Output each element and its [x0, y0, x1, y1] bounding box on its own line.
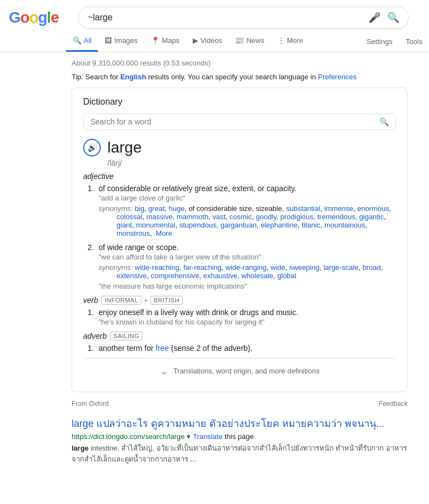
tab-news[interactable]: 📰 News — [229, 31, 271, 52]
verb-definitions: 1. enjoy oneself in a lively way with dr… — [83, 308, 396, 326]
preferences-link[interactable]: Preferences — [318, 73, 356, 81]
logo-e: e — [51, 9, 59, 26]
more-definitions-row[interactable]: ⌄ Translations, word origin, and more de… — [83, 358, 396, 383]
syn-wholesale[interactable]: wholesale — [241, 272, 273, 280]
dict-search-icon[interactable]: 🔍 — [379, 117, 389, 126]
tip-bar: Tip: Search for English results only. Yo… — [72, 71, 408, 88]
syn-great[interactable]: great — [148, 204, 165, 213]
settings-nav[interactable]: Settings — [360, 32, 399, 51]
feedback-label[interactable]: Feedback — [378, 400, 408, 408]
nav-tabs: 🔍 All 🖼 Images 📍 Maps ▶ Videos 📰 News ⋮ … — [0, 31, 429, 52]
from-oxford: From Oxford — [72, 400, 108, 408]
syn-immense[interactable]: immense — [324, 204, 354, 213]
syn-exhaustive[interactable]: exhaustive — [203, 272, 237, 280]
syn-broad[interactable]: broad — [362, 263, 381, 272]
syn-wide-ranging[interactable]: wide-ranging — [226, 263, 267, 272]
adverb-free-link[interactable]: free — [156, 344, 169, 353]
syn-comprehensive[interactable]: comprehensive — [151, 272, 199, 280]
english-link[interactable]: English — [120, 73, 146, 81]
speaker-button[interactable]: 🔊 — [83, 139, 101, 156]
result-url-link[interactable]: https://dict.longdo.com/search/large — [72, 432, 184, 441]
adj-def-2: 2. of wide range or scope. "we can affor… — [88, 243, 396, 290]
def-example-2b: "the measure has large economic implicat… — [99, 282, 396, 290]
syn-stupendous[interactable]: stupendous — [180, 221, 216, 229]
verb-def-example-1: "he's known in clubland for his capacity… — [99, 318, 396, 326]
syn-giant[interactable]: giant — [117, 221, 132, 229]
header: Google 🎤 🔍 — [0, 0, 429, 29]
syn-goodly[interactable]: goodly — [256, 213, 276, 221]
result-stats: About 9,310,000,000 results (0.53 second… — [72, 52, 408, 71]
syn-list-1: big, great, huge, of considerable size, … — [99, 204, 391, 237]
syn-monstrous[interactable]: monstrous — [117, 229, 150, 237]
adverb-def-text-2: (sense 2 of the adverb). — [169, 344, 253, 353]
dict-search-bar: 🔍 — [83, 113, 396, 130]
pos-adverb-row: adverb SAILING — [83, 332, 396, 340]
syn-huge[interactable]: huge — [169, 204, 184, 213]
def-synonyms-2: synonyms: wide-reaching, far-reaching, w… — [99, 263, 396, 280]
google-logo[interactable]: Google — [9, 9, 58, 26]
def-text-1: of considerable or relatively great size… — [99, 184, 296, 193]
syn-titanic[interactable]: titanic — [302, 221, 321, 229]
syn-enormous[interactable]: enormous — [357, 204, 389, 213]
more-tab-icon: ⋮ — [278, 36, 285, 45]
syn-elephantine[interactable]: elephantine — [260, 221, 297, 229]
syn-massive[interactable]: massive — [146, 213, 173, 221]
syn-colossal[interactable]: colossal — [117, 213, 143, 221]
tab-more[interactable]: ⋮ More — [271, 31, 310, 52]
pos-adjective: adjective — [83, 172, 396, 181]
verb-def-text-1: enjoy oneself in a lively way with drink… — [99, 308, 298, 317]
syn-mountainous[interactable]: mountainous — [324, 221, 365, 229]
result-title-link[interactable]: large แปลว่าอะไร ดูความหมาย ตัวอย่างประโ… — [72, 418, 384, 429]
verb-tag-british: BRITISH — [150, 296, 183, 305]
snippet-bold: large — [72, 444, 89, 452]
search-bar: 🎤 🔍 — [78, 7, 409, 29]
syn-global[interactable]: global — [278, 272, 297, 280]
syn-prodigious[interactable]: prodigious — [280, 213, 313, 221]
tip-middle: results only. You can specify your searc… — [146, 73, 318, 81]
syn-wide-reaching[interactable]: wide-reaching — [135, 263, 180, 272]
syn-plain-1: of considerable size, sizeable, — [188, 204, 284, 213]
def-num-1: 1. — [88, 184, 94, 193]
syn-mammoth[interactable]: mammoth — [177, 213, 209, 221]
adjective-definitions: 1. of considerable or relatively great s… — [83, 184, 396, 290]
word-header: 🔊 large — [83, 139, 396, 156]
tab-all[interactable]: 🔍 All — [66, 31, 98, 52]
adverb-tag-sailing: SAILING — [110, 332, 143, 340]
syn-tremendous[interactable]: tremendous — [317, 213, 355, 221]
tab-maps[interactable]: 📍 Maps — [144, 31, 186, 52]
syn-extensive[interactable]: extensive — [117, 272, 147, 280]
chevron-down-icon: ⌄ — [160, 364, 169, 377]
tip-prefix: Tip: Search for — [72, 73, 120, 81]
def-example-2: "we can afford to take a larger view of … — [99, 253, 396, 261]
syn-monumental[interactable]: monumental — [136, 221, 176, 229]
syn-substantial[interactable]: substantial — [286, 204, 320, 213]
tab-images[interactable]: 🖼 Images — [98, 31, 144, 52]
adverb-definitions: 1. another term for free (sense 2 of the… — [83, 344, 396, 353]
syn-vast[interactable]: vast — [213, 213, 226, 221]
syn-cosmic[interactable]: cosmic — [230, 213, 252, 221]
mic-icon[interactable]: 🎤 — [368, 12, 381, 24]
tools-nav[interactable]: Tools — [399, 32, 429, 51]
more-defs-label: Translations, word origin, and more defi… — [173, 367, 319, 375]
syn-large-scale[interactable]: large-scale — [323, 263, 359, 272]
pos-verb-label: verb — [83, 296, 98, 305]
dict-search-input[interactable] — [90, 117, 379, 126]
tab-more-label: More — [287, 36, 303, 45]
search-input[interactable] — [88, 13, 368, 23]
tab-images-label: Images — [114, 36, 138, 45]
tab-videos[interactable]: ▶ Videos — [186, 31, 229, 52]
syn-gargantuan[interactable]: gargantuan — [220, 221, 257, 229]
dictionary-box: Dictionary 🔍 🔊 large /lärj/ adjective 1.… — [72, 88, 408, 392]
syn-more-1[interactable]: More — [156, 229, 172, 237]
syn-far-reaching[interactable]: far-reaching — [183, 263, 221, 272]
syn-big[interactable]: big — [135, 204, 144, 213]
dictionary-title: Dictionary — [83, 97, 396, 107]
translate-link[interactable]: Translate — [193, 432, 222, 441]
syn-wide[interactable]: wide — [270, 263, 285, 272]
syn-sweeping[interactable]: sweeping — [289, 263, 319, 272]
logo-l: l — [47, 9, 51, 26]
syn-gigantic[interactable]: gigantic — [359, 213, 384, 221]
result-title: large แปลว่าอะไร ดูความหมาย ตัวอย่างประโ… — [72, 415, 408, 431]
search-icon[interactable]: 🔍 — [387, 12, 399, 24]
adj-def-1: 1. of considerable or relatively great s… — [88, 184, 396, 237]
